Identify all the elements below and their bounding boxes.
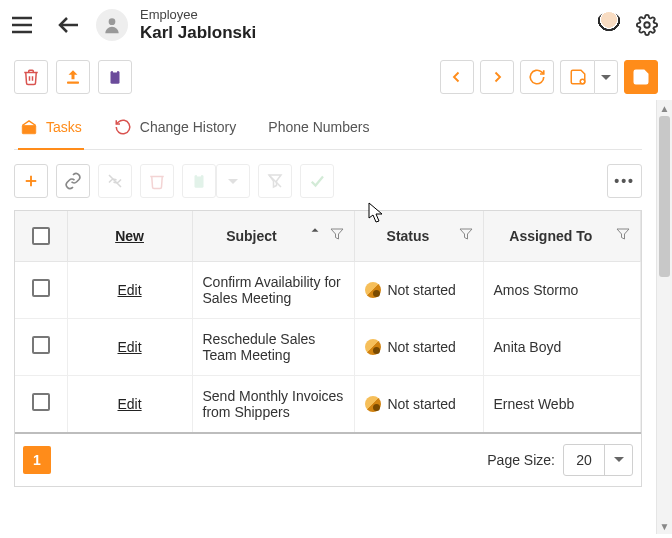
page-size-select[interactable]: 20 (563, 444, 633, 476)
filter-icon[interactable] (616, 227, 630, 244)
cell-subject: Confirm Availability for Sales Meeting (192, 261, 355, 318)
current-user-avatar[interactable] (596, 12, 622, 38)
cell-assigned-to: Anita Boyd (483, 318, 640, 375)
svg-rect-8 (113, 70, 118, 73)
save-and-dropdown[interactable] (594, 60, 618, 94)
grid-clipboard-dropdown (216, 164, 250, 198)
row-edit-link[interactable]: Edit (118, 396, 142, 412)
cell-subject: Send Monthly Invoices from Shippers (192, 375, 355, 433)
col-assigned-to[interactable]: Assigned To (483, 211, 640, 261)
cell-status: Not started (355, 318, 483, 375)
cell-status: Not started (355, 261, 483, 318)
scroll-down-icon[interactable]: ▼ (657, 518, 672, 534)
tasks-grid: New Subject Status (14, 210, 642, 487)
svg-point-5 (644, 22, 650, 28)
cell-status: Not started (355, 375, 483, 433)
col-subject-label: Subject (203, 228, 301, 244)
table-row: EditConfirm Availability for Sales Meeti… (15, 261, 641, 318)
record-title: Employee Karl Jablonski (140, 8, 256, 43)
tab-phone-numbers[interactable]: Phone Numbers (266, 119, 371, 149)
table-row: EditReschedule Sales Team MeetingNot sta… (15, 318, 641, 375)
svg-rect-14 (22, 126, 36, 134)
grid-clipboard-button (182, 164, 216, 198)
filter-icon[interactable] (459, 227, 473, 244)
detail-tabs: Tasks Change History Phone Numbers (14, 100, 642, 150)
record-name: Karl Jablonski (140, 24, 256, 43)
filter-icon[interactable] (330, 227, 344, 244)
scroll-up-icon[interactable]: ▲ (657, 100, 672, 116)
menu-icon[interactable] (6, 16, 38, 34)
export-button[interactable] (56, 60, 90, 94)
grid-more-button[interactable]: ••• (607, 164, 642, 198)
grid-filter-clear-button (258, 164, 292, 198)
page-number-current[interactable]: 1 (23, 446, 51, 474)
prev-record-button[interactable] (440, 60, 474, 94)
status-not-started-icon (365, 339, 381, 355)
grid-toolbar: ••• (14, 150, 642, 210)
tab-change-history[interactable]: Change History (112, 118, 239, 150)
table-row: EditSend Monthly Invoices from ShippersN… (15, 375, 641, 433)
page-size-value: 20 (564, 445, 604, 475)
tab-tasks[interactable]: Tasks (18, 118, 84, 150)
row-checkbox[interactable] (32, 336, 50, 354)
col-status[interactable]: Status (355, 211, 483, 261)
status-not-started-icon (365, 396, 381, 412)
tab-tasks-label: Tasks (46, 119, 82, 135)
svg-rect-12 (637, 70, 643, 74)
col-edit: New (67, 211, 192, 261)
save-and-button-group (560, 60, 618, 94)
grid-unlink-button (98, 164, 132, 198)
save-and-new-button[interactable] (560, 60, 594, 94)
grid-apply-button (300, 164, 334, 198)
cell-subject: Reschedule Sales Team Meeting (192, 318, 355, 375)
delete-button[interactable] (14, 60, 48, 94)
scroll-track[interactable] (657, 116, 672, 518)
select-all-checkbox[interactable] (32, 227, 50, 245)
refresh-button[interactable] (520, 60, 554, 94)
grid-pager: 1 Page Size: 20 (15, 434, 641, 486)
chevron-down-icon[interactable] (604, 445, 632, 475)
page-size-label: Page Size: (487, 452, 555, 468)
record-type-label: Employee (140, 8, 256, 22)
col-assigned-to-label: Assigned To (494, 228, 608, 244)
clipboard-button[interactable] (98, 60, 132, 94)
record-avatar (96, 9, 128, 41)
cell-assigned-to: Ernest Webb (483, 375, 640, 433)
back-button[interactable] (48, 13, 88, 37)
tab-change-history-label: Change History (140, 119, 237, 135)
save-button[interactable] (624, 60, 658, 94)
svg-rect-6 (67, 82, 79, 84)
row-checkbox[interactable] (32, 393, 50, 411)
new-row-link[interactable]: New (115, 228, 144, 244)
status-not-started-icon (365, 282, 381, 298)
row-checkbox[interactable] (32, 279, 50, 297)
next-record-button[interactable] (480, 60, 514, 94)
cell-assigned-to: Amos Stormo (483, 261, 640, 318)
scroll-thumb[interactable] (659, 116, 670, 277)
col-select-all[interactable] (15, 211, 67, 261)
col-status-label: Status (365, 228, 450, 244)
svg-rect-13 (637, 78, 645, 84)
grid-link-button[interactable] (56, 164, 90, 198)
row-edit-link[interactable]: Edit (118, 282, 142, 298)
tab-phone-numbers-label: Phone Numbers (268, 119, 369, 135)
svg-rect-18 (195, 175, 204, 188)
grid-add-button[interactable] (14, 164, 48, 198)
gear-icon[interactable] (636, 14, 658, 36)
col-subject[interactable]: Subject (192, 211, 355, 261)
svg-rect-19 (197, 174, 202, 177)
svg-point-4 (109, 18, 116, 25)
sort-asc-icon[interactable] (308, 227, 322, 244)
row-edit-link[interactable]: Edit (118, 339, 142, 355)
svg-rect-7 (111, 71, 120, 84)
grid-delete-button (140, 164, 174, 198)
vertical-scrollbar[interactable]: ▲ ▼ (656, 100, 672, 534)
